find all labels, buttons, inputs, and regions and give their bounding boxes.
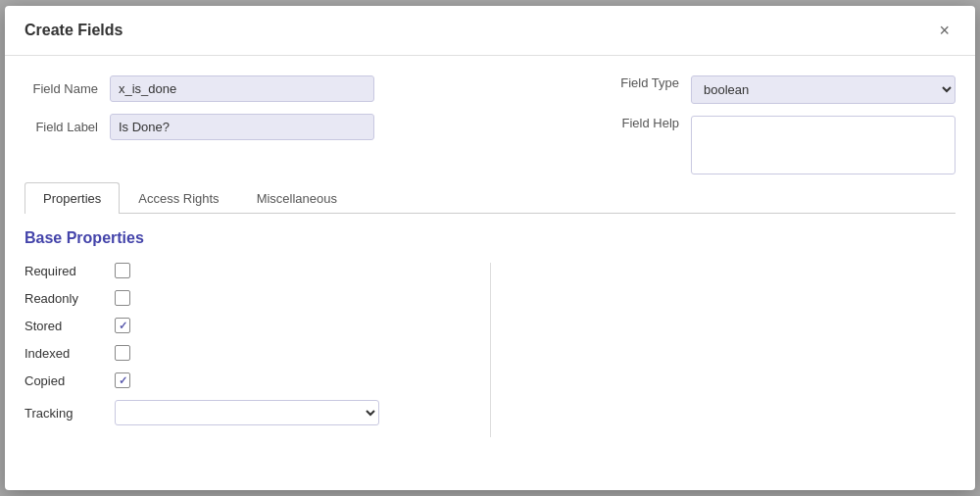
field-name-label: Field Name xyxy=(24,81,98,96)
tab-properties[interactable]: Properties xyxy=(24,182,120,214)
properties-content: Required Readonly Stored xyxy=(24,263,956,437)
tabs-container: Properties Access Rights Miscellaneous xyxy=(24,182,956,214)
prop-label-stored: Stored xyxy=(24,319,103,333)
field-label-input[interactable] xyxy=(110,114,374,140)
field-type-label: Field Type xyxy=(606,75,679,90)
create-fields-modal: Create Fields × Field Name Field Label xyxy=(5,6,975,490)
modal-overlay: Create Fields × Field Name Field Label xyxy=(0,0,980,496)
modal-title: Create Fields xyxy=(24,22,122,39)
field-label-group: Field Label xyxy=(24,114,374,140)
tabs: Properties Access Rights Miscellaneous xyxy=(24,182,956,213)
prop-label-tracking: Tracking xyxy=(24,406,103,421)
prop-label-copied: Copied xyxy=(24,373,103,388)
prop-label-indexed: Indexed xyxy=(24,346,103,361)
right-fields: Field Type boolean char integer float ma… xyxy=(606,75,956,174)
tab-access-rights[interactable]: Access Rights xyxy=(120,182,237,214)
field-label-label: Field Label xyxy=(24,120,98,134)
tracking-select[interactable]: Always On Change xyxy=(115,400,379,425)
checkbox-copied[interactable] xyxy=(115,372,130,388)
prop-row-copied: Copied xyxy=(24,372,470,388)
vertical-divider xyxy=(490,263,491,437)
field-help-label: Field Help xyxy=(606,116,679,130)
properties-right-column xyxy=(511,263,956,437)
top-form: Field Name Field Label Field Type boolea… xyxy=(24,75,956,174)
modal-header: Create Fields × xyxy=(5,6,975,56)
properties-column: Required Readonly Stored xyxy=(24,263,470,437)
checkbox-stored[interactable] xyxy=(115,318,130,333)
prop-row-readonly: Readonly xyxy=(24,290,470,306)
checkbox-readonly[interactable] xyxy=(115,290,130,306)
checkbox-required[interactable] xyxy=(115,263,130,278)
base-properties-section: Base Properties Required Readonly xyxy=(24,229,956,437)
prop-label-required: Required xyxy=(24,264,103,278)
prop-row-required: Required xyxy=(24,263,470,278)
base-properties-title: Base Properties xyxy=(24,229,956,247)
field-type-select[interactable]: boolean char integer float many2one one2… xyxy=(691,75,956,104)
field-help-input[interactable] xyxy=(691,116,956,174)
prop-label-readonly: Readonly xyxy=(24,291,103,306)
prop-row-stored: Stored xyxy=(24,318,470,333)
field-help-row: Field Help xyxy=(606,116,956,174)
checkbox-indexed[interactable] xyxy=(115,345,130,361)
close-button[interactable]: × xyxy=(933,20,956,41)
prop-row-indexed: Indexed xyxy=(24,345,470,361)
left-fields: Field Name Field Label xyxy=(24,75,374,140)
modal-body: Field Name Field Label Field Type boolea… xyxy=(5,56,975,490)
tab-miscellaneous[interactable]: Miscellaneous xyxy=(238,182,356,214)
field-name-group: Field Name xyxy=(24,75,374,102)
field-type-row: Field Type boolean char integer float ma… xyxy=(606,75,956,104)
field-name-input[interactable] xyxy=(110,75,374,102)
prop-row-tracking: Tracking Always On Change xyxy=(24,400,470,425)
